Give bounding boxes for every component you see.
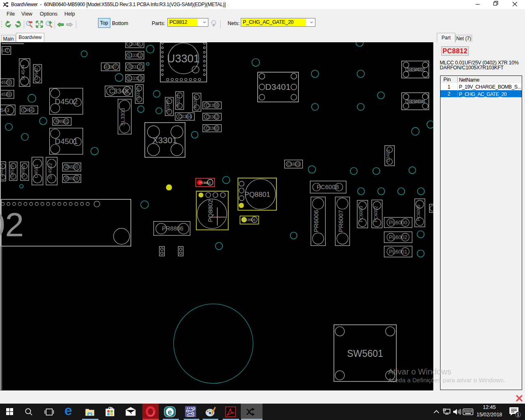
svg-text:S13402: S13402 xyxy=(407,66,425,73)
svg-text:R3312: R3312 xyxy=(128,64,141,69)
svg-text:C3348: C3348 xyxy=(109,88,128,95)
svg-text:PL6000: PL6000 xyxy=(389,219,407,226)
svg-text:PC8805: PC8805 xyxy=(243,218,256,222)
svg-text:SL3303: SL3303 xyxy=(120,108,126,126)
svg-text:4539: 4539 xyxy=(1,92,11,97)
svg-text:C3342: C3342 xyxy=(206,114,219,119)
svg-text:PR6007: PR6007 xyxy=(337,210,344,232)
svg-text:1: 1 xyxy=(517,412,519,417)
svg-text:X3301: X3301 xyxy=(152,135,177,145)
svg-text:C4541: C4541 xyxy=(23,108,35,112)
svg-text:e: e xyxy=(168,408,172,416)
svg-text:C3344: C3344 xyxy=(178,114,191,119)
svg-text:C3338: C3338 xyxy=(206,103,219,108)
svg-text:R4528: R4528 xyxy=(65,176,78,181)
svg-text:PC6003: PC6003 xyxy=(358,206,363,222)
svg-text:C4510: C4510 xyxy=(0,165,4,178)
svg-text:PQ8801: PQ8801 xyxy=(244,191,270,199)
svg-text:PC6000: PC6000 xyxy=(416,205,421,221)
svg-text:543: 543 xyxy=(0,107,9,113)
svg-text:R4541: R4541 xyxy=(55,119,68,124)
svg-text:SL4522: SL4522 xyxy=(48,163,52,179)
svg-text:C4552: C4552 xyxy=(21,165,25,177)
svg-text:S13404: S13404 xyxy=(407,98,425,105)
svg-text:R3307: R3307 xyxy=(104,64,117,69)
svg-text:PR6006: PR6006 xyxy=(313,210,320,232)
svg-text:U3301: U3301 xyxy=(167,52,200,65)
svg-text:SL4544: SL4544 xyxy=(21,65,25,80)
svg-text:SW5601: SW5601 xyxy=(347,348,383,359)
svg-text:4529: 4529 xyxy=(1,80,11,85)
svg-text:C4542: C4542 xyxy=(34,68,39,80)
svg-text:PC6008: PC6008 xyxy=(317,183,339,190)
svg-text:C3402: C3402 xyxy=(386,149,390,162)
svg-text:C4519: C4519 xyxy=(10,165,14,177)
svg-text:D4502: D4502 xyxy=(55,97,78,106)
svg-text:PL6001: PL6001 xyxy=(389,249,407,255)
svg-text:PC8812: PC8812 xyxy=(199,181,210,185)
svg-text:PR8806: PR8806 xyxy=(162,225,183,232)
svg-text:S13313: S13313 xyxy=(128,76,142,81)
svg-text:C3310: C3310 xyxy=(136,88,140,100)
svg-text:C3340: C3340 xyxy=(206,126,219,131)
svg-text:C8385: C8385 xyxy=(129,42,141,46)
svg-text:537: 537 xyxy=(1,48,9,53)
svg-text:R3305: R3305 xyxy=(193,96,198,108)
svg-text:PC6002: PC6002 xyxy=(373,206,378,222)
svg-text:C3345: C3345 xyxy=(166,100,170,112)
svg-text:02: 02 xyxy=(0,206,24,243)
svg-text:C5603: C5603 xyxy=(287,162,300,167)
svg-text:PL6002: PL6002 xyxy=(389,234,407,240)
svg-text:C4551: C4551 xyxy=(34,164,39,178)
svg-text:PQ8802: PQ8802 xyxy=(207,199,214,222)
svg-text:D3401: D3401 xyxy=(265,82,291,91)
svg-text:S13312: S13312 xyxy=(128,53,142,58)
svg-text:R3313: R3313 xyxy=(176,94,181,107)
svg-text:R4530: R4530 xyxy=(65,164,78,169)
svg-text:D4501: D4501 xyxy=(55,137,78,146)
